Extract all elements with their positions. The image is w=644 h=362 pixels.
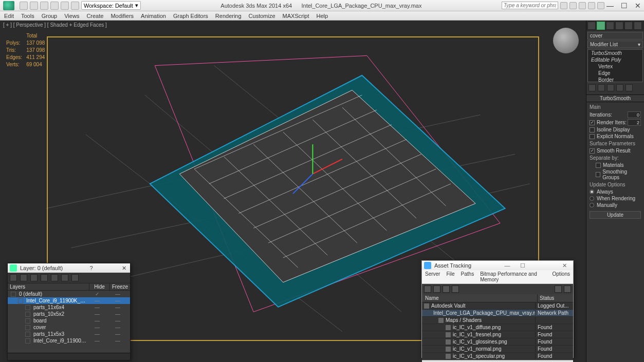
minimize-icon[interactable]: — <box>501 262 513 269</box>
asset-row[interactable]: Autodesk VaultLogged Out... <box>422 302 573 310</box>
make-unique-icon[interactable] <box>607 84 614 91</box>
tab-hierarchy[interactable] <box>606 22 614 30</box>
tab-utilities[interactable] <box>634 22 642 30</box>
thumb-icon[interactable] <box>452 285 459 293</box>
configure-sets-icon[interactable] <box>625 84 633 91</box>
assets-menu-paths[interactable]: Paths <box>461 271 474 282</box>
stack-subitem[interactable]: Vertex <box>588 63 642 70</box>
asset-row[interactable]: ic_IC_v1_glossines.pngFound <box>422 338 573 346</box>
layer-row[interactable]: parts_11x6x4—— <box>8 304 130 311</box>
close-button[interactable]: ✕ <box>635 2 641 10</box>
layer-freeze-cell[interactable]: — <box>107 304 128 310</box>
menu-create[interactable]: Create <box>86 13 103 19</box>
pin-stack-icon[interactable] <box>588 84 596 91</box>
layer-row[interactable]: 0 (default)✓— <box>8 291 130 297</box>
col-freeze[interactable]: Freeze <box>109 283 130 290</box>
minimize-button[interactable]: — <box>606 2 614 10</box>
menu-views[interactable]: Views <box>64 13 79 19</box>
signin-icon[interactable] <box>588 2 595 9</box>
qat-open-icon[interactable] <box>30 2 38 10</box>
stack-item[interactable]: Editable Poly <box>588 56 642 63</box>
asset-row[interactable]: ic_IC_v1_fresnel.pngFound <box>422 331 573 338</box>
materials-checkbox[interactable] <box>596 163 601 168</box>
modifier-list-dropdown[interactable]: Modifier List▾ <box>587 41 643 48</box>
layer-row[interactable]: parts_11x5x3—— <box>8 331 130 337</box>
stack-item[interactable]: TurboSmooth <box>588 50 642 56</box>
layer-hide-cell[interactable]: — <box>87 311 107 317</box>
menu-help[interactable]: Help <box>317 13 328 19</box>
qat-new-icon[interactable] <box>20 2 28 10</box>
layer-hide-cell[interactable]: — <box>87 338 107 344</box>
close-icon[interactable]: ✕ <box>120 265 128 272</box>
freeze-layer-icon[interactable] <box>71 274 79 281</box>
col-status[interactable]: Status <box>537 294 573 302</box>
refresh-icon[interactable] <box>424 285 431 293</box>
close-icon[interactable]: ✕ <box>559 262 571 269</box>
layer-row[interactable]: Intel_Core_i9_11900K_CPU—— <box>8 337 130 344</box>
layer-hide-cell[interactable]: — <box>87 318 107 323</box>
new-layer-icon[interactable] <box>10 274 17 281</box>
layers-titlebar[interactable]: Layer: 0 (default) ? ✕ <box>8 263 130 273</box>
settings-icon[interactable] <box>564 285 571 293</box>
tab-modify[interactable] <box>597 22 605 30</box>
radio-always[interactable] <box>590 189 594 194</box>
layer-row[interactable]: Intel_Core_i9_11900K_CPU—— <box>8 297 130 304</box>
asset-row[interactable]: ic_IC_v1_specular.pngFound <box>422 353 573 360</box>
col-hide[interactable]: Hide <box>89 283 109 290</box>
radio-whenrendering[interactable] <box>590 196 594 201</box>
workspace-dropdown[interactable]: Workspace: Default ▾ <box>81 1 141 10</box>
layer-freeze-cell[interactable]: — <box>107 298 128 303</box>
maximize-icon[interactable]: ☐ <box>517 262 529 269</box>
col-name[interactable]: Name <box>422 294 537 302</box>
favorite-icon[interactable] <box>579 2 586 9</box>
layer-hide-cell[interactable]: — <box>87 331 107 337</box>
viewport-label[interactable]: [ + ] [ Perspective ] [ Shaded + Edged F… <box>3 22 107 28</box>
layer-row[interactable]: parts_10x5x2—— <box>8 311 130 317</box>
menu-modifiers[interactable]: Modifiers <box>111 13 134 19</box>
qat-save-icon[interactable] <box>40 2 48 10</box>
layer-hide-cell[interactable]: — <box>87 304 107 310</box>
status-icon[interactable] <box>555 285 562 293</box>
layer-freeze-cell[interactable]: — <box>107 311 128 317</box>
asset-row[interactable]: Maps / Shaders <box>422 317 573 324</box>
menu-edit[interactable]: Edit <box>4 13 14 19</box>
tab-create[interactable] <box>587 22 596 30</box>
layers-scrollbar[interactable] <box>8 353 130 360</box>
menu-rendering[interactable]: Rendering <box>215 13 242 19</box>
delete-layer-icon[interactable] <box>20 274 27 281</box>
stack-subitem[interactable]: Border <box>588 77 642 82</box>
layer-freeze-cell[interactable]: — <box>107 291 128 297</box>
layer-row[interactable]: cover—— <box>8 324 130 331</box>
assets-menu-bitmap[interactable]: Bitmap Performance and Memory <box>480 271 546 282</box>
smoothinggroups-checkbox[interactable] <box>596 172 600 177</box>
assets-titlebar[interactable]: Asset Tracking — ☐ ✕ <box>422 261 573 270</box>
radio-manually[interactable] <box>590 203 594 207</box>
modifier-stack[interactable]: TurboSmooth Editable Poly Vertex Edge Bo… <box>587 49 643 82</box>
assets-scrollbar[interactable] <box>422 360 573 362</box>
update-button[interactable]: Update <box>590 211 641 219</box>
layer-freeze-cell[interactable]: — <box>107 318 128 323</box>
qat-redo-icon[interactable] <box>61 2 69 10</box>
menu-maxscript[interactable]: MAXScript <box>283 13 309 19</box>
tab-motion[interactable] <box>615 22 623 30</box>
layer-row[interactable]: board—— <box>8 317 130 324</box>
qat-link-icon[interactable] <box>71 2 79 10</box>
hide-layer-icon[interactable] <box>61 274 68 281</box>
maximize-button[interactable]: ☐ <box>621 2 628 10</box>
layer-hide-cell[interactable]: — <box>87 298 107 303</box>
list-icon[interactable] <box>443 285 450 293</box>
remove-modifier-icon[interactable] <box>616 84 623 91</box>
select-layer-icon[interactable] <box>41 274 48 281</box>
assets-menu-options[interactable]: Options <box>553 271 570 282</box>
layer-freeze-cell[interactable]: — <box>107 331 128 337</box>
layer-freeze-cell[interactable]: — <box>107 338 128 344</box>
layer-freeze-cell[interactable]: — <box>107 325 128 330</box>
menu-customize[interactable]: Customize <box>249 13 275 19</box>
add-to-layer-icon[interactable] <box>30 274 38 281</box>
render-iters-spinner[interactable] <box>628 119 641 126</box>
object-name-field[interactable]: cover <box>587 32 643 40</box>
asset-row[interactable]: ic_IC_v1_normal.pngFound <box>422 346 573 353</box>
tree-icon[interactable] <box>433 285 440 293</box>
menu-grapheditors[interactable]: Graph Editors <box>173 13 208 19</box>
iterations-spinner[interactable] <box>628 111 641 118</box>
